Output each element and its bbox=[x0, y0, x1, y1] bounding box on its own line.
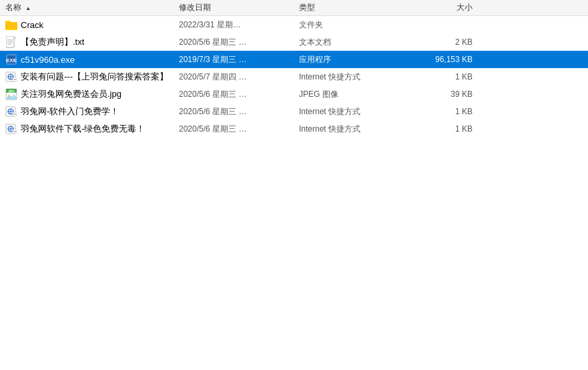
file-name: 关注羽兔网免费送会员.jpg bbox=[21, 88, 121, 100]
file-type: Internet 快捷方式 bbox=[299, 106, 406, 118]
file-size: 1 KB bbox=[406, 107, 473, 116]
svg-rect-2 bbox=[5, 22, 17, 29]
file-date: 2020/5/6 星期三 … bbox=[179, 106, 299, 118]
file-name: Crack bbox=[21, 20, 43, 30]
svg-text:EXE: EXE bbox=[6, 57, 17, 63]
file-type: 文本文档 bbox=[299, 37, 406, 48]
file-name-cell: Crack bbox=[5, 19, 179, 31]
list-item[interactable]: EXE c51v960a.exe 2019/7/3 星期三 … 应用程序 96,… bbox=[0, 51, 588, 68]
jpg-file-icon: JPG bbox=[5, 88, 17, 100]
list-item[interactable]: 羽兔网-软件入门免费学！ 2020/5/6 星期三 … Internet 快捷方… bbox=[0, 103, 588, 120]
file-name: 羽兔网软件下载-绿色免费无毒！ bbox=[21, 123, 145, 135]
svg-rect-24 bbox=[13, 112, 17, 116]
svg-marker-4 bbox=[14, 36, 17, 39]
file-size: 1 KB bbox=[406, 72, 473, 81]
svg-text:JPG: JPG bbox=[8, 89, 15, 94]
file-type: Internet 快捷方式 bbox=[299, 71, 406, 83]
file-name: 羽兔网-软件入门免费学！ bbox=[21, 106, 119, 118]
file-type: Internet 快捷方式 bbox=[299, 124, 406, 135]
file-type: JPEG 图像 bbox=[299, 89, 406, 100]
file-name-cell: EXE c51v960a.exe bbox=[5, 53, 179, 65]
file-name-cell: 【免责声明】.txt bbox=[5, 36, 179, 48]
svg-rect-15 bbox=[13, 77, 17, 81]
column-header: 名称 ▲ 修改日期 类型 大小 bbox=[0, 0, 588, 16]
file-name: c51v960a.exe bbox=[21, 55, 75, 65]
empty-area bbox=[0, 138, 588, 370]
file-date: 2022/3/31 星期… bbox=[179, 19, 299, 31]
col-header-size[interactable]: 大小 bbox=[406, 2, 473, 13]
file-date: 2020/5/6 星期三 … bbox=[179, 37, 299, 48]
list-item[interactable]: JPG 关注羽兔网免费送会员.jpg 2020/5/6 星期三 … JPEG 图… bbox=[0, 85, 588, 103]
list-item[interactable]: 【免责声明】.txt 2020/5/6 星期三 … 文本文档 2 KB bbox=[0, 33, 588, 51]
file-size: 2 KB bbox=[406, 37, 473, 47]
file-name-cell: 羽兔网软件下载-绿色免费无毒！ bbox=[5, 123, 179, 135]
file-name-cell: 安装有问题---【上羽兔问答搜索答案】 bbox=[5, 71, 179, 83]
list-item[interactable]: 安装有问题---【上羽兔问答搜索答案】 2020/5/7 星期四 … Inter… bbox=[0, 68, 588, 85]
exe-file-icon: EXE bbox=[5, 53, 17, 65]
col-header-type[interactable]: 类型 bbox=[299, 2, 406, 13]
file-date: 2020/5/6 星期三 … bbox=[179, 89, 299, 100]
file-name-cell: 羽兔网-软件入门免费学！ bbox=[5, 106, 179, 118]
sort-arrow-icon: ▲ bbox=[25, 5, 31, 11]
file-size: 39 KB bbox=[406, 89, 473, 99]
col-header-name[interactable]: 名称 ▲ bbox=[5, 2, 179, 13]
file-size: 1 KB bbox=[406, 124, 473, 134]
file-list: Crack 2022/3/31 星期… 文件夹 【免责声明】.txt bbox=[0, 16, 588, 138]
url-shortcut-icon bbox=[5, 123, 17, 135]
file-name: 安装有问题---【上羽兔问答搜索答案】 bbox=[21, 71, 168, 83]
file-date: 2020/5/6 星期三 … bbox=[179, 124, 299, 135]
url-shortcut-icon bbox=[5, 106, 17, 118]
file-date: 2019/7/3 星期三 … bbox=[179, 54, 299, 65]
list-item[interactable]: 羽兔网软件下载-绿色免费无毒！ 2020/5/6 星期三 … Internet … bbox=[0, 120, 588, 138]
file-type: 应用程序 bbox=[299, 54, 406, 65]
file-size: 96,153 KB bbox=[406, 55, 473, 64]
col-header-date[interactable]: 修改日期 bbox=[179, 2, 299, 13]
list-item[interactable]: Crack 2022/3/31 星期… 文件夹 bbox=[0, 16, 588, 33]
file-date: 2020/5/7 星期四 … bbox=[179, 71, 299, 83]
folder-icon bbox=[5, 19, 17, 31]
file-name-cell: JPG 关注羽兔网免费送会员.jpg bbox=[5, 88, 179, 100]
file-type: 文件夹 bbox=[299, 19, 406, 31]
txt-file-icon bbox=[5, 36, 17, 48]
url-shortcut-icon bbox=[5, 71, 17, 83]
file-name: 【免责声明】.txt bbox=[21, 36, 84, 48]
svg-rect-29 bbox=[13, 130, 17, 134]
file-explorer: 名称 ▲ 修改日期 类型 大小 Crack bbox=[0, 0, 588, 370]
